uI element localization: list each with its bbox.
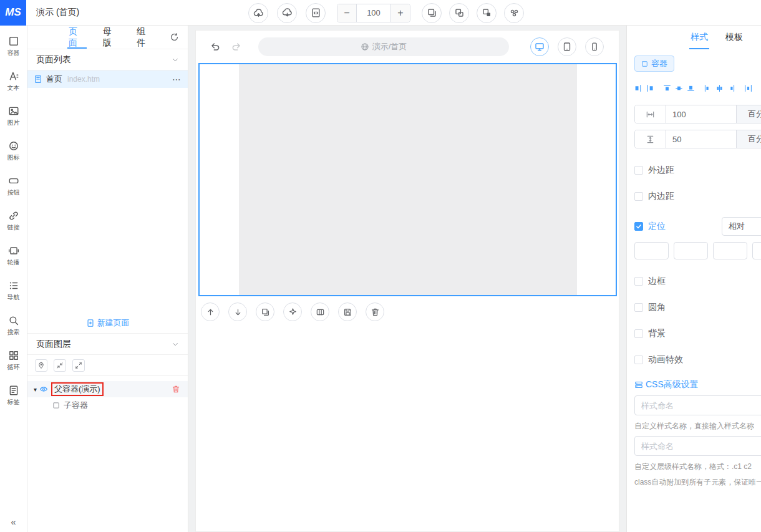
collaborate-button[interactable] (504, 3, 524, 23)
copy-icon (261, 307, 270, 317)
layer-row-parent-container[interactable]: ▾ 父容器(演示) (27, 381, 188, 397)
offset-right-input[interactable] (674, 242, 708, 259)
radius-toggle-row: 圆角 (634, 302, 761, 313)
collapse-all-button[interactable] (54, 359, 66, 372)
padding-checkbox[interactable] (634, 192, 643, 201)
height-input[interactable] (666, 130, 736, 148)
tab-style[interactable]: 样式 (689, 26, 709, 49)
rail-item-image[interactable]: 图片 (7, 105, 20, 127)
collapse-layers-button[interactable] (172, 341, 179, 348)
zoom-input[interactable] (356, 4, 391, 22)
css-advanced-link[interactable]: CSS高级设置 (646, 379, 699, 390)
desktop-icon (535, 42, 545, 52)
rail-item-icon[interactable]: 图标 (7, 140, 20, 162)
tab-masters[interactable]: 母版 (102, 26, 121, 49)
distribute-horizontal-icon[interactable] (744, 84, 752, 92)
download-button[interactable] (277, 3, 297, 23)
publish-button[interactable] (248, 3, 268, 23)
redo-button[interactable] (231, 41, 242, 52)
child-container-block[interactable] (239, 64, 577, 295)
duplicate-button[interactable] (256, 302, 274, 321)
zoom-in-button[interactable]: + (391, 4, 410, 22)
rail-item-text[interactable]: 文本 (7, 70, 20, 92)
offset-left-input[interactable] (752, 242, 761, 259)
rail-item-loop[interactable]: 循环 (7, 350, 20, 372)
move-down-button[interactable] (228, 302, 247, 321)
rail-item-tag[interactable]: 标签 (7, 385, 20, 407)
new-page-button[interactable]: 新建页面 (27, 312, 188, 334)
refresh-icon (170, 32, 179, 42)
zoom-out-button[interactable]: − (337, 4, 356, 22)
rail-item-search[interactable]: 搜索 (7, 315, 20, 337)
device-preview-group (530, 37, 604, 56)
page-list-header: 页面列表 (27, 49, 188, 70)
delete-button[interactable] (366, 302, 384, 321)
position-checkbox[interactable] (634, 222, 643, 231)
width-unit-select[interactable]: 百分比 (736, 105, 761, 123)
align-middle-icon[interactable] (675, 84, 683, 92)
desktop-preview-button[interactable] (530, 37, 549, 56)
multi-select-button[interactable] (449, 3, 469, 23)
selected-element-chip[interactable]: 容器 (634, 56, 674, 72)
display-inline-icon[interactable] (646, 84, 654, 92)
page-name: 首页 (46, 74, 62, 85)
effects-button[interactable] (283, 302, 302, 321)
file-icon (34, 75, 42, 84)
tablet-preview-button[interactable] (558, 37, 576, 56)
collapse-rail-button[interactable]: « (0, 516, 27, 527)
style-name-input[interactable] (634, 395, 761, 415)
locate-layer-button[interactable] (35, 359, 47, 372)
rail-item-button[interactable]: 按钮 (7, 175, 20, 197)
page-url-bar[interactable]: 演示/首页 (258, 37, 509, 56)
button-icon (8, 175, 19, 186)
tab-components[interactable]: 组件 (135, 26, 155, 49)
align-bottom-icon[interactable] (687, 84, 695, 92)
rail-item-link[interactable]: 链接 (7, 210, 20, 232)
tab-template[interactable]: 模板 (724, 26, 744, 49)
justify-end-icon[interactable] (727, 84, 735, 92)
display-block-icon[interactable] (634, 84, 642, 92)
style-class-input[interactable] (634, 436, 761, 456)
page-more-button[interactable]: ⋯ (172, 74, 182, 84)
move-up-button[interactable] (201, 302, 220, 321)
rail-item-carousel[interactable]: 轮播 (7, 245, 20, 267)
layer-row-child-container[interactable]: 子容器 (27, 397, 188, 414)
layout-button[interactable] (311, 302, 329, 321)
layout-columns-icon (316, 307, 325, 317)
selected-parent-container[interactable] (198, 63, 617, 296)
visibility-eye-icon[interactable] (39, 385, 48, 394)
radius-checkbox[interactable] (634, 303, 643, 312)
align-top-icon[interactable] (663, 84, 671, 92)
chevron-down-icon (172, 341, 179, 348)
source-code-button[interactable] (306, 3, 326, 23)
copy-page-button[interactable] (422, 3, 442, 23)
page-list-item-home[interactable]: 首页 index.htm ⋯ (27, 70, 188, 88)
position-select[interactable]: 相对 (722, 217, 761, 236)
margin-checkbox[interactable] (634, 166, 643, 175)
mobile-preview-button[interactable] (585, 37, 604, 56)
save-button[interactable] (338, 302, 357, 321)
style-class-help-2: class自动附加到所有子元素，保证唯一 (634, 477, 761, 487)
cloud-download-icon (282, 7, 293, 18)
width-input[interactable] (666, 105, 736, 123)
refresh-button[interactable] (170, 32, 188, 42)
offset-bottom-input[interactable] (713, 242, 747, 259)
justify-center-icon[interactable] (715, 84, 724, 92)
merge-button[interactable] (477, 3, 497, 23)
collapse-page-list-button[interactable] (172, 56, 179, 64)
background-checkbox[interactable] (634, 329, 643, 338)
animation-checkbox[interactable] (634, 355, 643, 364)
border-checkbox[interactable] (634, 277, 643, 286)
rail-item-container[interactable]: 容器 (7, 36, 20, 57)
tab-pages[interactable]: 页面 (67, 26, 87, 49)
undo-button[interactable] (210, 41, 221, 52)
justify-start-icon[interactable] (704, 84, 712, 92)
rail-item-nav[interactable]: 导航 (7, 280, 20, 302)
height-unit-select[interactable]: 百分比 (736, 130, 761, 148)
tree-caret-icon[interactable]: ▾ (34, 386, 37, 393)
expand-all-button[interactable] (72, 359, 85, 372)
padding-toggle-row: 内边距 (634, 191, 761, 202)
position-row: 定位 相对 (634, 217, 761, 236)
delete-layer-button[interactable] (172, 385, 180, 394)
offset-top-input[interactable] (634, 242, 669, 259)
